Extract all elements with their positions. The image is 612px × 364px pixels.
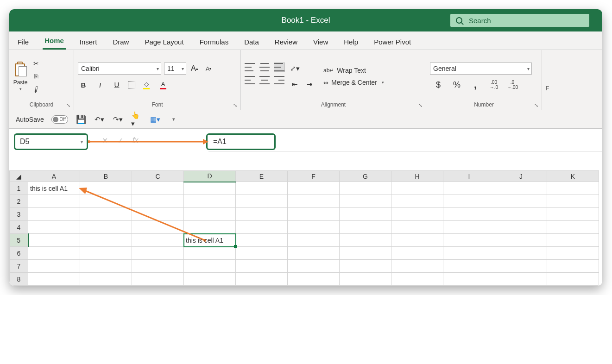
tab-draw[interactable]: Draw — [111, 34, 131, 50]
col-header-A[interactable]: A — [28, 171, 80, 182]
name-box[interactable]: D5 — [14, 133, 88, 150]
cancel-formula-icon[interactable]: ✕ — [102, 136, 108, 145]
col-header-G[interactable]: G — [340, 171, 391, 182]
tab-view[interactable]: View — [311, 34, 330, 50]
comma-style-icon[interactable]: , — [470, 79, 481, 90]
title-bar: Book1 - Excel Search — [9, 9, 602, 31]
orientation-icon[interactable]: ⤢▾ — [289, 63, 300, 74]
merge-icon: ⇔ — [323, 79, 328, 86]
formula-input[interactable]: =A1 — [206, 133, 276, 150]
tab-help[interactable]: Help — [342, 34, 360, 50]
search-icon — [456, 17, 462, 24]
tab-file[interactable]: File — [16, 34, 31, 50]
row-header-1[interactable]: 1 — [10, 182, 28, 195]
group-font: Calibri 11 A▴ A▾ B I U ◇ A — [74, 50, 241, 110]
row-header-3[interactable]: 3 — [10, 208, 28, 221]
cell-B1[interactable] — [80, 182, 132, 195]
tab-page-layout[interactable]: Page Layout — [143, 34, 185, 50]
quickparts-icon[interactable]: ▦▾ — [150, 114, 161, 125]
decrease-decimal-icon[interactable]: .0→.00 — [507, 79, 518, 90]
col-header-K[interactable]: K — [547, 171, 599, 182]
col-header-J[interactable]: J — [495, 171, 547, 182]
row-header-7[interactable]: 7 — [10, 260, 28, 273]
search-placeholder: Search — [469, 17, 491, 25]
group-label-clipboard: Clipboard — [13, 100, 70, 109]
cut-icon[interactable]: ✂ — [31, 58, 42, 69]
clipboard-launcher-icon[interactable]: ⤡ — [66, 102, 72, 108]
redo-icon[interactable]: ↷▾ — [113, 114, 124, 125]
ribbon-tabs: File Home Insert Draw Page Layout Formul… — [9, 31, 602, 50]
tab-formulas[interactable]: Formulas — [198, 34, 231, 50]
align-right-icon[interactable] — [274, 76, 284, 84]
col-header-H[interactable]: H — [391, 171, 443, 182]
autosave-toggle[interactable]: Off — [51, 115, 68, 124]
fill-color-icon[interactable]: ◇ — [141, 79, 152, 90]
group-clipboard: Paste ▾ ✂ ⎘ 🖌 Clipboard ⤡ — [9, 50, 74, 110]
wrap-text-icon: ab↵ — [323, 67, 334, 74]
merge-center-button[interactable]: ⇔ Merge & Center ▾ — [323, 79, 384, 86]
tab-data[interactable]: Data — [242, 34, 261, 50]
font-name-combo[interactable]: Calibri — [78, 63, 161, 75]
search-box[interactable]: Search — [450, 14, 589, 27]
col-header-D[interactable]: D — [184, 171, 236, 182]
col-header-C[interactable]: C — [132, 171, 184, 182]
bold-button[interactable]: B — [78, 79, 89, 90]
undo-icon[interactable]: ↶▾ — [94, 114, 105, 125]
spreadsheet-grid[interactable]: ◢ A B C D E F G H I J K 1 this is cell A… — [9, 170, 602, 286]
row-header-5[interactable]: 5 — [10, 234, 28, 247]
decrease-indent-icon[interactable]: ⇤ — [289, 79, 300, 90]
currency-icon[interactable]: $ — [433, 79, 444, 90]
row-header-6[interactable]: 6 — [10, 247, 28, 260]
wrap-text-button[interactable]: ab↵ Wrap Text — [323, 67, 384, 74]
cell-A1[interactable]: this is cell A1 — [28, 182, 80, 195]
touch-mode-icon[interactable]: 👆▾ — [131, 114, 142, 125]
underline-button[interactable]: U — [111, 79, 122, 90]
group-label-font: Font — [78, 100, 237, 109]
group-overflow: F — [542, 50, 602, 110]
number-launcher-icon[interactable]: ⤡ — [534, 102, 540, 108]
fx-icon[interactable]: fx — [132, 136, 138, 145]
cell-D5[interactable]: this is cell A1 — [184, 234, 236, 247]
row-header-4[interactable]: 4 — [10, 221, 28, 234]
align-middle-icon[interactable] — [259, 63, 270, 71]
increase-decimal-icon[interactable]: .00→.0 — [488, 79, 499, 90]
enter-formula-icon[interactable]: ✓ — [117, 136, 123, 145]
align-left-icon[interactable] — [245, 76, 255, 84]
tab-power-pivot[interactable]: Power Pivot — [372, 34, 413, 50]
percent-icon[interactable]: % — [451, 79, 462, 90]
paste-button[interactable]: Paste ▾ — [13, 62, 28, 91]
formula-bar: D5 ✕ ✓ fx =A1 — [9, 129, 602, 170]
quick-access-toolbar: AutoSave Off 💾 ↶▾ ↷▾ 👆▾ ▦▾ ▾ — [9, 110, 602, 129]
excel-window: Book1 - Excel Search File Home Insert Dr… — [9, 9, 602, 286]
font-size-combo[interactable]: 11 — [164, 63, 186, 75]
align-center-icon[interactable] — [259, 76, 270, 84]
tab-home[interactable]: Home — [43, 33, 66, 50]
alignment-launcher-icon[interactable]: ⤡ — [418, 102, 424, 108]
format-painter-icon[interactable]: 🖌 — [29, 82, 44, 96]
col-header-B[interactable]: B — [80, 171, 132, 182]
save-icon[interactable]: 💾 — [76, 114, 87, 125]
increase-indent-icon[interactable]: ⇥ — [304, 79, 315, 90]
font-launcher-icon[interactable]: ⤡ — [233, 102, 239, 108]
copy-icon[interactable]: ⎘ — [31, 71, 42, 82]
col-header-F[interactable]: F — [288, 171, 340, 182]
customize-qat-icon[interactable]: ▾ — [168, 114, 179, 125]
align-top-icon[interactable] — [245, 63, 255, 71]
grow-font-icon[interactable]: A▴ — [189, 63, 200, 74]
italic-button[interactable]: I — [95, 79, 106, 90]
tab-insert[interactable]: Insert — [78, 34, 99, 50]
align-bottom-icon[interactable] — [274, 63, 284, 71]
col-header-E[interactable]: E — [236, 171, 288, 182]
borders-icon[interactable] — [128, 81, 135, 88]
paste-icon — [13, 62, 28, 78]
tab-review[interactable]: Review — [273, 34, 299, 50]
row-header-8[interactable]: 8 — [10, 273, 28, 286]
number-format-combo[interactable]: General — [430, 63, 532, 75]
window-title: Book1 - Excel — [282, 16, 330, 25]
font-color-icon[interactable]: A — [158, 79, 169, 90]
select-all-corner[interactable]: ◢ — [10, 171, 28, 182]
row-header-2[interactable]: 2 — [10, 195, 28, 208]
col-header-I[interactable]: I — [443, 171, 495, 182]
shrink-font-icon[interactable]: A▾ — [203, 63, 214, 74]
autosave-label: AutoSave — [16, 116, 44, 123]
